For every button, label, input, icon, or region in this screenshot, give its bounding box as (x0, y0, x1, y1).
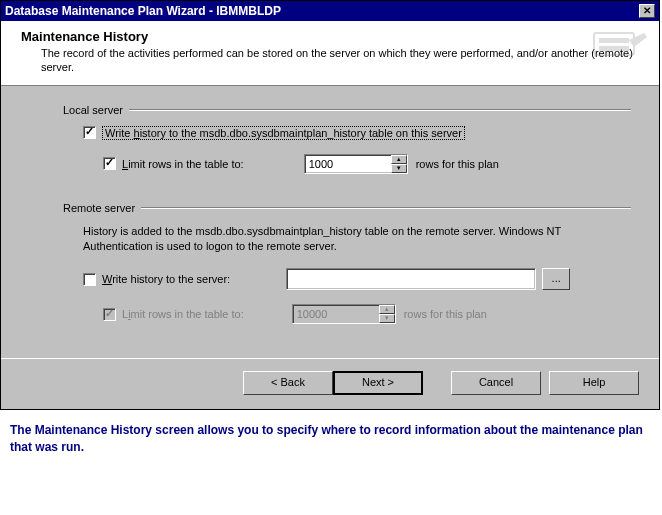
spin-up: ▲ (379, 305, 395, 314)
divider (129, 109, 631, 111)
cancel-button[interactable]: Cancel (451, 371, 541, 395)
close-button[interactable]: ✕ (639, 4, 655, 18)
browse-button[interactable]: ... (542, 268, 570, 290)
spin-down: ▼ (379, 314, 395, 323)
remote-limit-rows-input (293, 305, 379, 323)
spin-up[interactable]: ▲ (391, 155, 407, 164)
remote-write-history-row: Write history to the server: ... (83, 268, 631, 290)
remote-limit-rows-checkbox (103, 308, 116, 321)
server-icon (589, 25, 649, 65)
next-button[interactable]: Next > (333, 371, 423, 395)
remote-write-history-label[interactable]: Write history to the server: (102, 273, 230, 285)
rows-suffix-label: rows for this plan (416, 158, 499, 170)
local-limit-rows-spinner[interactable]: ▲ ▼ (304, 154, 408, 174)
svg-rect-0 (594, 33, 634, 55)
header-area: Maintenance History The record of the ac… (1, 21, 659, 86)
remote-server-label: Remote server (63, 202, 135, 214)
local-write-history-checkbox[interactable] (83, 126, 96, 139)
window-title: Database Maintenance Plan Wizard - IBMMB… (5, 4, 281, 18)
caption-text: The Maintenance History screen allows yo… (0, 410, 662, 462)
local-server-group: Local server (63, 104, 631, 116)
local-limit-rows-row: Limit rows in the table to: ▲ ▼ rows for… (103, 154, 631, 174)
local-write-history-label[interactable]: Write history to the msdb.dbo.sysdbmaint… (102, 126, 465, 140)
local-server-label: Local server (63, 104, 123, 116)
svg-rect-1 (599, 38, 629, 43)
rows-suffix-label: rows for this plan (404, 308, 487, 320)
local-write-history-row: Write history to the msdb.dbo.sysdbmaint… (83, 126, 631, 140)
remote-limit-rows-spinner: ▲ ▼ (292, 304, 396, 324)
help-button[interactable]: Help (549, 371, 639, 395)
remote-limit-rows-label: Limit rows in the table to: (122, 308, 244, 320)
titlebar: Database Maintenance Plan Wizard - IBMMB… (1, 1, 659, 21)
page-title: Maintenance History (21, 29, 643, 44)
body-area: Local server Write history to the msdb.d… (1, 86, 659, 359)
remote-limit-rows-row: Limit rows in the table to: ▲ ▼ rows for… (103, 304, 631, 324)
local-limit-rows-checkbox[interactable] (103, 157, 116, 170)
back-button[interactable]: < Back (243, 371, 333, 395)
remote-server-group: Remote server (63, 202, 631, 214)
remote-write-history-checkbox[interactable] (83, 273, 96, 286)
svg-rect-2 (599, 46, 629, 51)
button-bar: < Back Next > Cancel Help (1, 358, 659, 409)
local-limit-rows-input[interactable] (305, 155, 391, 173)
spin-down[interactable]: ▼ (391, 164, 407, 173)
remote-server-input[interactable] (286, 268, 536, 290)
divider (141, 207, 631, 209)
page-description: The record of the activities performed c… (41, 46, 643, 75)
wizard-window: Database Maintenance Plan Wizard - IBMMB… (0, 0, 660, 410)
remote-info-text: History is added to the msdb.dbo.sysdbma… (83, 224, 631, 255)
local-limit-rows-label[interactable]: Limit rows in the table to: (122, 158, 244, 170)
